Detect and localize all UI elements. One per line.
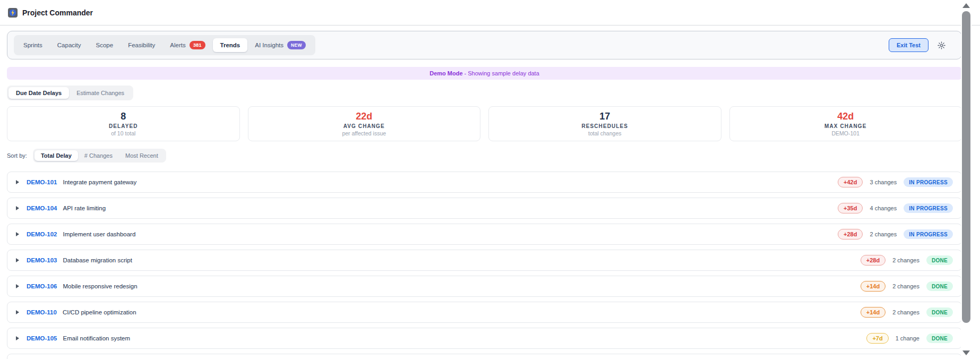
scrollbar-thumb[interactable] [962,11,970,323]
stats-row: 8 DELAYED of 10 total 22d AVG CHANGE per… [7,106,962,141]
toggle-estimate-changes[interactable]: Estimate Changes [69,87,132,99]
changes-count: 2 changes [892,309,919,315]
stat-label: RESCHEDULES [581,123,628,129]
changes-count: 2 changes [892,257,919,263]
demo-mode-banner-bold: Demo Mode [429,70,462,76]
delay-badge: +7d [866,333,888,344]
issue-summary: Mobile responsive redesign [63,283,137,289]
stat-card-reschedules: 17 RESCHEDULES total changes [488,106,721,141]
stat-label: MAX CHANGE [824,123,866,129]
status-badge: DONE [926,307,953,317]
issue-summary: Integrate payment gateway [63,179,137,185]
changes-count: 1 change [896,335,919,341]
issue-row-demo-105[interactable]: DEMO-105 Email notification system +7d 1… [7,328,962,349]
stat-subtext: of 10 total [111,130,135,136]
stat-value: 17 [599,111,610,122]
app-header: Project Commander [0,0,980,18]
sort-by-label: Sort by: [7,152,27,159]
issue-summary: Database migration script [63,257,132,263]
tab-group: Sprints Capacity Scope Feasibility Alert… [14,35,315,55]
status-badge: DONE [926,281,953,291]
issue-list: DEMO-101 Integrate payment gateway +42d … [7,172,962,359]
expand-caret-icon[interactable] [16,206,19,210]
page-title: Project Commander [22,8,93,17]
status-badge: IN PROGRESS [904,203,953,213]
issue-row-demo-110[interactable]: DEMO-110 CI/CD pipeline optimization +14… [7,302,962,323]
issue-row-demo-103[interactable]: DEMO-103 Database migration script +28d … [7,250,962,271]
issue-row-demo-101[interactable]: DEMO-101 Integrate payment gateway +42d … [7,172,962,193]
stat-card-max-change: 42d MAX CHANGE DEMO-101 [729,106,962,141]
expand-caret-icon[interactable] [16,232,19,236]
issue-row-demo-102[interactable]: DEMO-102 Implement user dashboard +28d 2… [7,224,962,245]
status-badge: IN PROGRESS [904,177,953,187]
tab-alerts[interactable]: Alerts 381 [162,37,212,53]
changes-count: 2 changes [892,283,919,289]
alerts-count-badge: 381 [190,41,205,49]
stat-value: 8 [121,111,126,122]
delay-badge: +28d [861,255,886,266]
stat-subtext: DEMO-101 [831,130,859,136]
expand-caret-icon[interactable] [16,284,19,288]
issue-row-partial[interactable] [7,354,962,359]
expand-caret-icon[interactable] [16,310,19,314]
delay-badge: +14d [861,307,886,318]
tab-trends[interactable]: Trends [213,38,248,52]
sort-option-group: Total Delay # Changes Most Recent [33,149,166,163]
app-logo-lightning-icon [8,8,18,18]
expand-caret-icon[interactable] [16,258,19,262]
issue-summary: API rate limiting [63,205,106,211]
tab-feasibility[interactable]: Feasibility [121,38,162,52]
delay-badge: +14d [861,281,886,292]
changes-count: 3 changes [870,179,897,185]
toggle-due-date-delays[interactable]: Due Date Delays [8,87,69,99]
issue-summary: CI/CD pipeline optimization [63,309,136,315]
scroll-up-arrow-icon[interactable] [962,3,970,8]
changes-count: 4 changes [870,205,897,211]
header-divider [0,25,980,25]
issue-key[interactable]: DEMO-103 [27,257,57,263]
issue-summary: Email notification system [63,335,131,341]
changes-count: 2 changes [870,231,897,237]
status-badge: IN PROGRESS [904,229,953,239]
issue-key[interactable]: DEMO-105 [27,335,57,341]
stat-label: DELAYED [109,123,138,129]
issue-key[interactable]: DEMO-110 [27,309,57,315]
stat-card-delayed: 8 DELAYED of 10 total [7,106,240,141]
status-badge: DONE [926,255,953,265]
issue-key[interactable]: DEMO-101 [27,179,57,185]
stat-card-avg-change: 22d AVG CHANGE per affected issue [248,106,481,141]
issue-key[interactable]: DEMO-106 [27,283,57,289]
expand-caret-icon[interactable] [16,180,19,184]
stat-subtext: per affected issue [342,130,386,136]
new-badge: NEW [287,41,306,49]
gear-icon[interactable] [938,41,945,49]
tab-sprints[interactable]: Sprints [16,38,50,52]
issue-key[interactable]: DEMO-102 [27,231,57,237]
stat-subtext: total changes [588,130,621,136]
scroll-down-arrow-icon[interactable] [962,351,970,355]
sort-num-changes[interactable]: # Changes [78,150,119,161]
view-toggle-group: Due Date Delays Estimate Changes [7,86,133,100]
demo-mode-banner-text: - Showing sample delay data [465,70,539,76]
delay-badge: +28d [838,229,863,240]
demo-mode-banner: Demo Mode - Showing sample delay data [7,67,962,80]
stat-value: 42d [837,111,854,122]
delay-badge: +42d [838,177,863,187]
issue-row-demo-104[interactable]: DEMO-104 API rate limiting +35d 4 change… [7,198,962,219]
status-badge: DONE [926,334,953,343]
issue-key[interactable]: DEMO-104 [27,205,57,211]
tab-bar: Sprints Capacity Scope Feasibility Alert… [7,31,962,59]
stat-label: AVG CHANGE [343,123,385,129]
scrollbar[interactable] [961,0,972,359]
delay-badge: +35d [838,203,863,213]
tab-ai-insights[interactable]: AI Insights NEW [247,37,313,53]
expand-caret-icon[interactable] [16,336,19,340]
issue-summary: Implement user dashboard [63,231,136,237]
tab-scope[interactable]: Scope [89,38,121,52]
exit-test-button[interactable]: Exit Test [889,38,929,52]
issue-row-demo-106[interactable]: DEMO-106 Mobile responsive redesign +14d… [7,276,962,297]
sort-most-recent[interactable]: Most Recent [119,150,165,161]
stat-value: 22d [356,111,372,122]
sort-total-delay[interactable]: Total Delay [35,150,78,161]
tab-capacity[interactable]: Capacity [50,38,89,52]
